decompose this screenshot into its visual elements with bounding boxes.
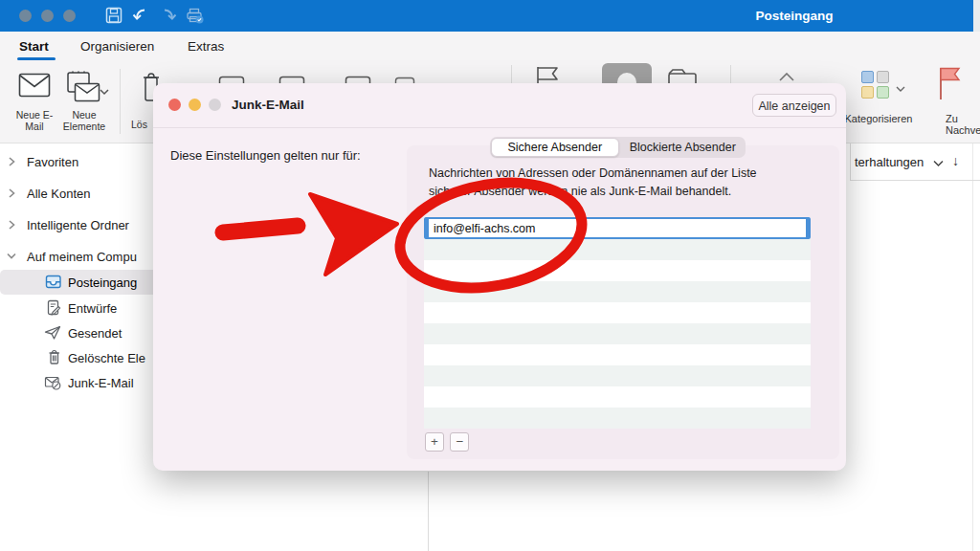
- show-all-button[interactable]: Alle anzeigen: [752, 94, 836, 117]
- redo-icon[interactable]: [159, 7, 177, 25]
- sidebar-item-entwuerfe[interactable]: Entwürfe: [0, 296, 165, 320]
- junk-mail-icon: [44, 374, 62, 391]
- sort-descending-icon[interactable]: ↓: [952, 153, 959, 168]
- drafts-icon: [45, 299, 62, 317]
- collapse-ribbon-icon[interactable]: [779, 73, 794, 81]
- close-window-button[interactable]: [19, 10, 32, 22]
- sidebar-item-geloeschte-elemente[interactable]: Gelöschte Ele: [0, 345, 165, 370]
- conversations-dropdown[interactable]: terhaltungen: [855, 155, 924, 169]
- list-edit-buttons: + −: [425, 432, 469, 452]
- header-divider: [850, 180, 980, 181]
- remove-sender-button[interactable]: −: [450, 432, 469, 452]
- window-title: Posteingang: [727, 9, 861, 23]
- dialog-title: Junk-E-Mail: [232, 98, 304, 112]
- categorize-icon: [861, 71, 889, 99]
- scope-label: Diese Einstellungen gelten nur für:: [170, 148, 361, 163]
- minimize-window-button[interactable]: [41, 10, 54, 22]
- chevron-down-icon: [896, 86, 905, 93]
- message-list-header: terhaltungen ↓: [851, 143, 980, 180]
- dialog-titlebar: Junk-E-Mail Alle anzeigen: [153, 83, 846, 128]
- ribbon-tab-row: Start Organisieren Extras: [0, 32, 980, 61]
- chevron-down-icon: [100, 89, 109, 96]
- undo-icon[interactable]: [132, 7, 150, 25]
- chevron-down-icon[interactable]: [7, 253, 16, 260]
- tab-blockierte-absender[interactable]: Blockierte Absender: [620, 137, 746, 158]
- list-row[interactable]: [424, 344, 811, 365]
- dialog-close-button[interactable]: [168, 99, 181, 111]
- list-row[interactable]: [424, 365, 811, 386]
- active-tab-underline: [17, 57, 56, 60]
- safe-senders-list: [424, 217, 811, 428]
- tab-sichere-absender[interactable]: Sichere Absender: [491, 138, 619, 157]
- chevron-right-icon[interactable]: [9, 220, 15, 230]
- list-row[interactable]: [424, 302, 811, 323]
- followup-button[interactable]: Zu Nachver: [932, 63, 980, 140]
- list-row[interactable]: [424, 239, 811, 260]
- chevron-right-icon[interactable]: [9, 188, 15, 198]
- add-sender-button[interactable]: +: [425, 432, 444, 452]
- print-icon[interactable]: [186, 7, 205, 25]
- inbox-icon: [45, 274, 62, 291]
- new-email-button[interactable]: Neue E-Mail: [11, 69, 57, 136]
- sidebar-item-posteingang[interactable]: Posteingang: [0, 270, 165, 295]
- list-row[interactable]: [424, 323, 811, 344]
- new-items-button[interactable]: Neue Elemente: [57, 69, 111, 136]
- safe-sender-entry-input[interactable]: [424, 217, 811, 239]
- ribbon-divider: [120, 69, 121, 134]
- tab-extras[interactable]: Extras: [188, 39, 224, 54]
- trash-icon: [46, 348, 62, 366]
- sidebar-item-junk-e-mail[interactable]: Junk-E-Mail: [0, 370, 165, 395]
- sidebar-item-gesendet[interactable]: Gesendet: [0, 320, 165, 345]
- tab-organisieren[interactable]: Organisieren: [80, 39, 154, 54]
- safe-senders-description: Nachrichten von Adressen oder Domänennam…: [429, 165, 831, 201]
- tab-start[interactable]: Start: [19, 39, 49, 54]
- list-row[interactable]: [424, 281, 811, 302]
- followup-flag-icon: [938, 65, 963, 101]
- new-items-icon: [63, 71, 101, 103]
- reading-pane-divider[interactable]: [428, 472, 429, 551]
- sender-tabs: Sichere Absender Blockierte Absender: [490, 137, 746, 158]
- window-titlebar: Posteingang: [0, 0, 980, 32]
- new-mail-icon: [18, 73, 51, 98]
- sent-icon: [44, 324, 62, 342]
- desktop-edge: [973, 0, 980, 32]
- junk-email-dialog: Junk-E-Mail Alle anzeigen Diese Einstell…: [153, 83, 846, 471]
- save-icon[interactable]: [105, 7, 122, 24]
- list-row[interactable]: [424, 408, 811, 429]
- dialog-zoom-button[interactable]: [209, 99, 221, 111]
- list-row[interactable]: [424, 386, 811, 408]
- chevron-right-icon[interactable]: [9, 157, 15, 166]
- list-row[interactable]: [424, 260, 811, 281]
- chevron-down-icon[interactable]: [933, 160, 944, 167]
- zoom-window-button[interactable]: [63, 10, 76, 22]
- outlook-window: Posteingang Start Organisieren Extras Ne…: [0, 0, 980, 551]
- dialog-minimize-button[interactable]: [189, 99, 201, 111]
